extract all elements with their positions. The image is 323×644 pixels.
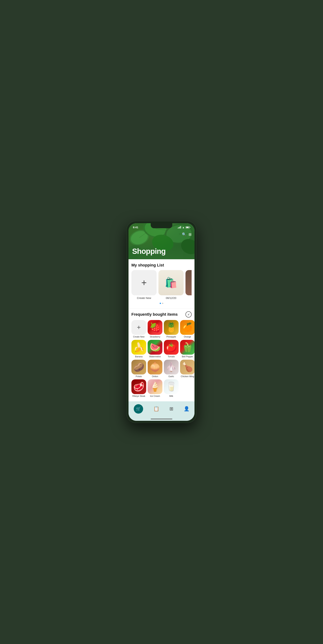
grid-item-strawberry[interactable]: Strawberry — [148, 320, 162, 338]
chicken-wing-label: Chicken Wing — [181, 375, 194, 378]
notch — [151, 223, 172, 228]
freq-section-header: Frequently bought items ✓ — [132, 311, 192, 318]
dot-2 — [162, 303, 163, 304]
grid-item-onion[interactable]: Onlion — [148, 360, 162, 378]
grid-item-milk[interactable]: Milk — [164, 379, 178, 398]
ice-cream-label: Ice Cream — [150, 395, 160, 398]
home-bar — [151, 419, 172, 419]
tomato-label: Tomato — [168, 355, 175, 358]
tab-categories[interactable]: ⊞ — [166, 405, 176, 412]
grid-item-tomato[interactable]: Tomato — [164, 340, 178, 358]
garlic-img — [164, 360, 178, 374]
potato-img — [132, 360, 146, 374]
battery-icon — [186, 226, 190, 228]
shopping-list-section: My shopping List + Create New 🛍️ — [128, 259, 194, 308]
tab-cart[interactable]: 🛒 — [131, 404, 146, 414]
create-new-img: + — [132, 270, 157, 295]
create-new-list-card[interactable]: + Create New — [132, 270, 157, 300]
grid-item-watermelon[interactable]: Watermelon — [148, 340, 162, 358]
pineapple-img — [164, 320, 178, 335]
categories-icon: ⊞ — [170, 406, 174, 412]
status-icons: ▲ — [178, 226, 190, 229]
strawberry-label: Strawberry — [150, 336, 160, 338]
plus-icon: + — [141, 278, 147, 288]
garlic-label: Garlic — [168, 375, 174, 378]
bell-pepper-label: Bell Pepper — [182, 355, 193, 358]
grid-item-orange[interactable]: Orange — [180, 320, 194, 338]
page-title: Shopping — [132, 247, 166, 256]
ribeye-steak-label: Ribeye Steak — [132, 395, 145, 398]
grid-plus-icon: + — [137, 324, 140, 331]
tab-profile[interactable]: 👤 — [181, 405, 192, 412]
bell-pepper-img — [180, 340, 194, 355]
dot-1 — [160, 303, 161, 304]
grid-create-new-img: + — [132, 320, 146, 335]
home-indicator — [128, 418, 194, 421]
cart-tab-icon: 🛒 — [134, 404, 143, 414]
shopping-list-cards: + Create New 🛍️ 06/12/20 🛍 — [132, 270, 192, 301]
frequently-bought-section: Frequently bought items ✓ + Create New — [128, 308, 194, 401]
grid-item-chicken-wing[interactable]: Chicken Wing — [180, 360, 194, 378]
header-actions: 🔍 ⊞ — [182, 232, 192, 236]
list-card-0612-label: 06/12/20 — [166, 296, 176, 300]
grid-item-garlic[interactable]: Garlic — [164, 360, 178, 378]
orange-img — [180, 320, 194, 335]
profile-icon: 👤 — [184, 406, 190, 412]
freq-section-title: Frequently bought items — [132, 312, 178, 317]
grid-create-new-label: Create New — [133, 336, 144, 338]
grid-item-potato[interactable]: Potato — [132, 360, 146, 378]
banana-label: Banana — [135, 355, 142, 358]
onion-img — [148, 360, 162, 374]
milk-img — [164, 379, 178, 394]
tab-list[interactable]: 📋 — [150, 405, 162, 412]
items-grid: + Create New Strawberry Pineapple — [132, 320, 192, 398]
pineapple-label: Pineapple — [166, 336, 176, 338]
grid-item-pineapple[interactable]: Pineapple — [164, 320, 178, 338]
ice-cream-img — [148, 379, 162, 394]
phone-frame: 9:41 ▲ — [126, 221, 197, 423]
time-display: 9:41 — [133, 226, 138, 229]
wifi-icon: ▲ — [182, 226, 184, 229]
tab-bar: 🛒 📋 ⊞ 👤 — [128, 401, 194, 418]
grid-item-ribeye-steak[interactable]: Ribeye Steak — [132, 379, 146, 398]
chicken-wing-img — [180, 360, 194, 374]
grid-create-new[interactable]: + Create New — [132, 320, 146, 338]
check-all-button[interactable]: ✓ — [186, 311, 192, 318]
grid-item-ice-cream[interactable]: Ice Cream — [148, 379, 162, 398]
milk-label: Milk — [169, 395, 173, 398]
watermelon-label: Watermelon — [149, 355, 161, 358]
watermelon-img — [148, 340, 162, 355]
potato-label: Potato — [136, 375, 142, 378]
shopping-list-title: My shopping List — [132, 263, 164, 268]
scan-icon[interactable]: ⊞ — [188, 232, 192, 236]
carousel-dots — [132, 303, 192, 304]
bag-0612-img: 🛍️ — [158, 270, 184, 295]
strawberry-img — [148, 320, 162, 335]
orange-label: Orange — [184, 336, 191, 338]
shopping-list-header: My shopping List — [132, 263, 192, 268]
create-new-label: Create New — [137, 296, 151, 300]
list-card-0524[interactable]: 🛍️ 05/24/20 — [186, 270, 192, 300]
signal-icon — [178, 226, 181, 228]
banana-img — [132, 340, 146, 355]
cart-icon: 🛒 — [136, 406, 141, 411]
ribeye-steak-img — [132, 379, 146, 394]
search-icon[interactable]: 🔍 — [182, 232, 186, 236]
tomato-img — [164, 340, 178, 355]
grid-item-banana[interactable]: Banana — [132, 340, 146, 358]
list-icon: 📋 — [154, 406, 159, 412]
list-card-0612[interactable]: 🛍️ 06/12/20 — [158, 270, 184, 300]
onion-label: Onlion — [152, 375, 158, 378]
grid-item-bell-pepper[interactable]: Bell Pepper — [180, 340, 194, 358]
bag-0524-img: 🛍️ — [186, 270, 192, 295]
phone-screen: 9:41 ▲ — [128, 223, 194, 420]
